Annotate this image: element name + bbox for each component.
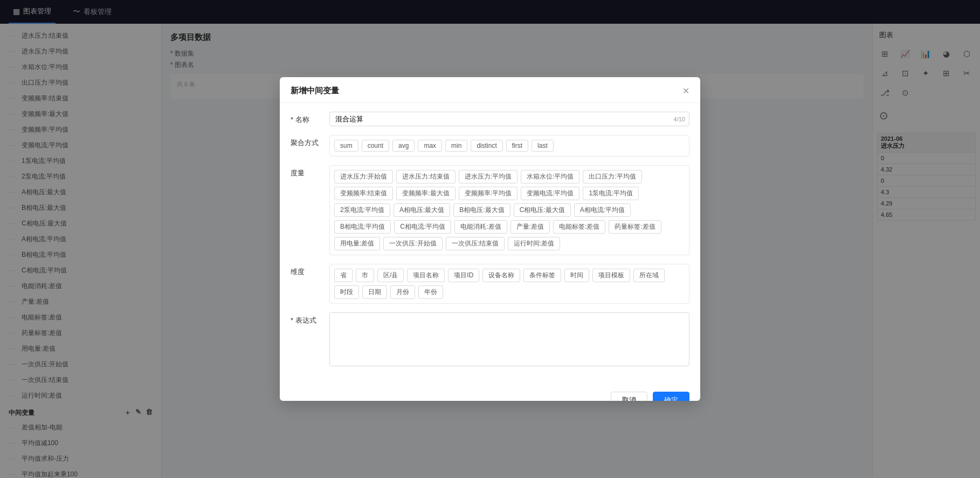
measure-tag[interactable]: 电能消耗:差值: [454, 220, 507, 234]
measure-row: 度量 进水压力:开始值进水压力:结束值进水压力:平均值水箱水位:平均值出口压力:…: [291, 165, 689, 255]
dimension-tag[interactable]: 日期: [362, 285, 387, 299]
measure-tag[interactable]: 出口压力:平均值: [583, 170, 641, 183]
measure-tag[interactable]: 用电量:差值: [334, 237, 380, 250]
dimension-tag[interactable]: 项目名称: [407, 269, 445, 282]
measure-tag[interactable]: 产量:差值: [510, 220, 550, 234]
agg-tag-count[interactable]: count: [362, 140, 389, 152]
agg-tag-avg[interactable]: avg: [392, 140, 415, 152]
agg-row: 聚合方式 sumcountavgmaxmindistinctfirstlast: [291, 135, 689, 156]
agg-tag-min[interactable]: min: [445, 140, 467, 152]
name-input[interactable]: [329, 112, 689, 126]
agg-tag-first[interactable]: first: [506, 140, 528, 152]
agg-label: 聚合方式: [291, 135, 323, 148]
agg-tag-distinct[interactable]: distinct: [471, 140, 502, 152]
agg-tag-max[interactable]: max: [418, 140, 442, 152]
measure-tag[interactable]: 进水压力:平均值: [459, 170, 517, 183]
measure-tag[interactable]: 变频频率:平均值: [459, 187, 517, 200]
dialog-title: 新增中间变量: [291, 86, 339, 96]
measure-tag[interactable]: A相电流:平均值: [574, 203, 631, 217]
agg-tag-sum[interactable]: sum: [334, 140, 358, 152]
measure-tag[interactable]: B相电压:最大值: [453, 203, 510, 217]
expr-row: * 表达式: [291, 312, 689, 368]
measure-tag[interactable]: 变频频率:结束值: [334, 187, 393, 200]
measure-tag[interactable]: 一次供压:开始值: [383, 237, 442, 250]
dialog-footer: 取消 确定: [280, 385, 700, 401]
measure-tag[interactable]: 电能标签:差值: [553, 220, 605, 234]
measure-tag[interactable]: A相电压:最大值: [394, 203, 450, 217]
measure-tag[interactable]: 水箱水位:平均值: [521, 170, 579, 183]
dimension-tag[interactable]: 区/县: [377, 269, 404, 282]
dimension-tag[interactable]: 市: [356, 269, 374, 282]
dimension-tag[interactable]: 项目模板: [592, 269, 630, 282]
dimension-tag[interactable]: 所在域: [633, 269, 665, 282]
measure-tag-group: 进水压力:开始值进水压力:结束值进水压力:平均值水箱水位:平均值出口压力:平均值…: [329, 165, 689, 255]
dimension-tag[interactable]: 月份: [390, 285, 415, 299]
dimension-tag[interactable]: 时段: [334, 285, 359, 299]
measure-tag[interactable]: 运行时间:差值: [508, 237, 560, 250]
dimension-tag[interactable]: 省: [334, 269, 353, 282]
confirm-button[interactable]: 确定: [653, 392, 689, 401]
measure-tag[interactable]: 变频电流:平均值: [521, 187, 579, 200]
measure-tag[interactable]: 变频频率:最大值: [396, 187, 455, 200]
dimension-row: 维度 省市区/县项目名称项目ID设备名称条件标签时间项目模板所在域时段日期月份年…: [291, 264, 689, 304]
expr-label: * 表达式: [291, 312, 323, 325]
cancel-button[interactable]: 取消: [611, 392, 647, 401]
measure-tag[interactable]: 进水压力:开始值: [334, 170, 393, 183]
agg-tag-group: sumcountavgmaxmindistinctfirstlast: [329, 135, 689, 156]
measure-tag[interactable]: 进水压力:结束值: [396, 170, 455, 183]
measure-tag[interactable]: 一次供压:结束值: [446, 237, 505, 250]
measure-tag[interactable]: C相电流:平均值: [394, 220, 451, 234]
expr-textarea[interactable]: [329, 312, 689, 366]
dialog-header: 新增中间变量 ✕: [280, 77, 700, 103]
measure-tag[interactable]: B相电流:平均值: [334, 220, 391, 234]
close-icon[interactable]: ✕: [682, 87, 689, 95]
measure-tag[interactable]: C相电压:最大值: [514, 203, 571, 217]
name-row: * 名称 4/10: [291, 112, 689, 126]
name-count: 4/10: [674, 116, 685, 122]
agg-tag-last[interactable]: last: [532, 140, 554, 152]
name-label: * 名称: [291, 112, 323, 125]
expr-control: [329, 312, 689, 368]
add-intermediate-dialog: 新增中间变量 ✕ * 名称 4/10 聚合方式 sumcountavgmaxmi…: [280, 77, 700, 401]
dialog-body: * 名称 4/10 聚合方式 sumcountavgmaxmindistinct…: [280, 103, 700, 385]
measure-tag[interactable]: 1泵电流:平均值: [583, 187, 639, 200]
dialog-overlay: 新增中间变量 ✕ * 名称 4/10 聚合方式 sumcountavgmaxmi…: [0, 0, 980, 478]
dimension-tag[interactable]: 项目ID: [448, 269, 479, 282]
dimension-tag[interactable]: 时间: [564, 269, 589, 282]
measure-label: 度量: [291, 165, 323, 178]
dimension-tag[interactable]: 年份: [418, 285, 443, 299]
dimension-tag[interactable]: 设备名称: [482, 269, 520, 282]
name-input-wrapper: 4/10: [329, 112, 689, 126]
measure-tag[interactable]: 药量标签:差值: [609, 220, 661, 234]
dimension-tag[interactable]: 条件标签: [523, 269, 561, 282]
dimension-label: 维度: [291, 264, 323, 277]
dimension-tag-group: 省市区/县项目名称项目ID设备名称条件标签时间项目模板所在域时段日期月份年份: [329, 264, 689, 304]
measure-tag[interactable]: 2泵电流:平均值: [334, 203, 390, 217]
